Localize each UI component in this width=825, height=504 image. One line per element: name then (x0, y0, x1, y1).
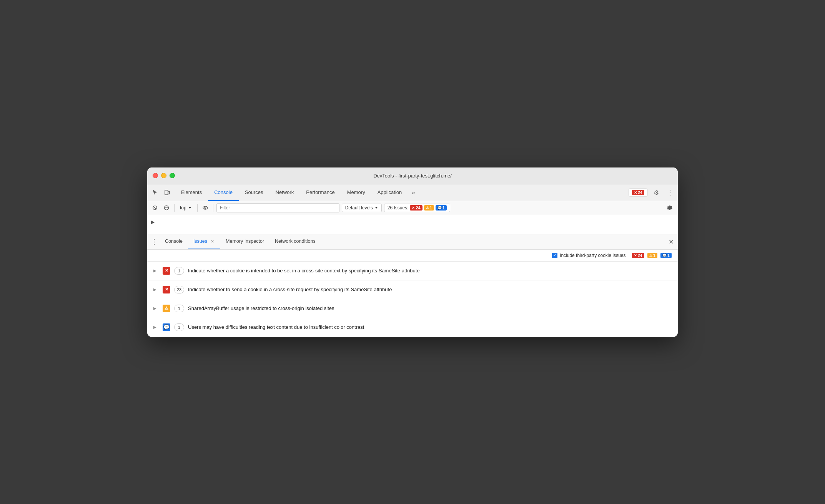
issue-1-red-icon: ✕ (163, 267, 170, 275)
window-title: DevTools - first-party-test.glitch.me/ (373, 173, 452, 179)
issue-1-text: Indicate whether a cookie is intended to… (188, 268, 420, 274)
issues-tab-close[interactable]: ✕ (210, 239, 215, 244)
include-third-party-checkbox-label[interactable]: ✓ Include third-party cookie issues (552, 253, 625, 258)
issue-row-1[interactable]: ▶ ✕ 1 Indicate whether a cookie is inten… (147, 262, 678, 280)
filter-bar-blue-badge: 💬 1 (660, 253, 672, 258)
issue-3-count-badge: 1 (174, 305, 184, 312)
issue-row-2[interactable]: ▶ ✕ 23 Indicate whether to send a cookie… (147, 280, 678, 299)
maximize-button[interactable] (170, 173, 175, 178)
svg-point-7 (205, 207, 206, 209)
issues-panel: ✓ Include third-party cookie issues ✕ 24… (147, 250, 678, 337)
minimize-button[interactable] (161, 173, 166, 178)
issue-row-3[interactable]: ▶ ⚠ 1 SharedArrayBuffer usage is restric… (147, 299, 678, 318)
toolbar-right: ✕ 24 ⚙ ⋮ (629, 187, 675, 198)
issue-3-expand-arrow: ▶ (153, 306, 159, 310)
eye-icon-btn[interactable] (201, 203, 210, 212)
issue-4-expand-arrow: ▶ (153, 325, 159, 329)
issue-1-count-badge: 1 (174, 267, 184, 275)
issue-2-text: Indicate whether to send a cookie in a c… (188, 287, 392, 292)
issue-2-expand-arrow: ▶ (153, 287, 159, 292)
tab-network[interactable]: Network (269, 184, 300, 201)
issues-toolbar-yellow: ⚠ 1 (424, 205, 434, 211)
console-toolbar: top Default levels 26 Issues: ✕ 24 (147, 201, 678, 215)
issue-4-text: Users may have difficulties reading text… (188, 324, 364, 330)
tab-elements[interactable]: Elements (175, 184, 208, 201)
more-options-button[interactable]: ⋮ (665, 187, 675, 198)
toolbar-divider-1 (174, 204, 175, 212)
issue-4-blue-icon: 💬 (163, 323, 170, 331)
issue-3-yellow-icon: ⚠ (163, 305, 170, 312)
drawer-close-btn[interactable]: ✕ (665, 236, 676, 247)
tab-memory[interactable]: Memory (341, 184, 371, 201)
toolbar-divider-3 (213, 204, 213, 212)
drawer-tab-issues[interactable]: Issues ✕ (188, 234, 220, 249)
toolbar-divider-2 (197, 204, 198, 212)
svg-point-6 (203, 206, 208, 209)
cursor-icon-btn[interactable] (150, 187, 160, 198)
close-button[interactable] (153, 173, 158, 178)
svg-rect-1 (168, 191, 170, 194)
issue-3-text: SharedArrayBuffer usage is restricted to… (188, 305, 334, 311)
titlebar: DevTools - first-party-test.glitch.me/ (147, 167, 678, 184)
filter-bar-red-badge: ✕ 24 (632, 253, 644, 258)
console-expand-arrow[interactable]: ▶ (151, 219, 155, 225)
issue-1-expand-arrow: ▶ (153, 269, 159, 273)
tab-sources[interactable]: Sources (239, 184, 269, 201)
clear-console-btn[interactable] (150, 203, 160, 212)
settings-button[interactable]: ⚙ (651, 187, 662, 198)
drawer-menu-btn[interactable]: ⋮ (149, 236, 160, 247)
block-icon-btn[interactable] (162, 203, 171, 212)
issue-2-count-badge: 23 (174, 286, 184, 293)
toolbar-icons (150, 187, 173, 198)
tab-performance[interactable]: Performance (300, 184, 341, 201)
device-icon-btn[interactable] (162, 187, 173, 198)
drawer-tab-memory-inspector[interactable]: Memory Inspector (220, 234, 269, 249)
drawer-tab-network-conditions[interactable]: Network conditions (269, 234, 321, 249)
traffic-lights (153, 173, 175, 178)
drawer-tab-console[interactable]: Console (160, 234, 188, 249)
devtools-window: DevTools - first-party-test.glitch.me/ E… (147, 167, 678, 337)
context-selector[interactable]: top (178, 204, 194, 212)
issues-toolbar-red: ✕ 24 (410, 205, 422, 211)
include-third-party-checkbox[interactable]: ✓ (552, 253, 557, 258)
issue-2-red-icon: ✕ (163, 286, 170, 293)
drawer-tabs: ⋮ Console Issues ✕ Memory Inspector Netw… (147, 234, 678, 250)
issue-row-4[interactable]: ▶ 💬 1 Users may have difficulties readin… (147, 318, 678, 337)
more-tabs-btn[interactable]: » (408, 187, 419, 198)
devtools-toolbar: Elements Console Sources Network Perform… (147, 184, 678, 201)
issues-toolbar-blue: 💬 1 (436, 205, 447, 211)
console-settings-btn[interactable] (665, 203, 675, 212)
tab-application[interactable]: Application (371, 184, 408, 201)
issue-4-count-badge: 1 (174, 323, 184, 331)
levels-dropdown[interactable]: Default levels (342, 204, 382, 212)
tab-console[interactable]: Console (208, 184, 239, 201)
filter-bar-yellow-badge: ⚠ 1 (647, 253, 657, 258)
issues-toolbar-count[interactable]: 26 Issues: ✕ 24 ⚠ 1 💬 1 (384, 204, 450, 212)
svg-line-3 (154, 207, 156, 209)
issues-count-badge[interactable]: ✕ 24 (629, 188, 648, 197)
issues-red-badge: ✕ 24 (632, 190, 644, 195)
nav-tabs: Elements Console Sources Network Perform… (175, 184, 629, 201)
issues-filter-bar: ✓ Include third-party cookie issues ✕ 24… (147, 250, 678, 262)
svg-rect-0 (165, 190, 168, 195)
console-output-area: ▶ (147, 215, 678, 234)
filter-input[interactable] (216, 203, 339, 212)
